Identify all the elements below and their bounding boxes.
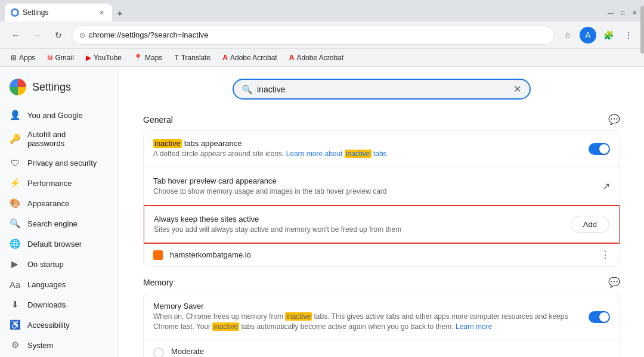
translate-icon: T [174, 54, 178, 62]
content-area: Settings 👤 You and Google 🔑 Autofill and… [0, 67, 644, 357]
memory-saver-toggle[interactable] [589, 311, 610, 323]
maximize-button[interactable]: □ [618, 8, 627, 17]
bookmark-apps[interactable]: ⊞ Apps [7, 52, 39, 63]
sidebar-item-label: Accessibility [27, 321, 70, 330]
always-active-row: Always keep these sites active Sites you… [143, 205, 620, 244]
sidebar-item-label: Default browser [27, 240, 82, 249]
sidebar-item-you-google[interactable]: 👤 You and Google [0, 105, 114, 125]
bookmark-gmail[interactable]: M Gmail [44, 52, 78, 63]
accessibility-icon: ♿ [10, 319, 20, 330]
performance-icon: ⚡ [10, 178, 20, 188]
memory-learn-more-link[interactable]: Learn more [456, 322, 492, 331]
sidebar-item-appearance[interactable]: 🎨 Appearance [0, 193, 114, 213]
menu-button[interactable]: ⋮ [620, 27, 637, 44]
memory-section-title: Memory [143, 278, 174, 287]
site-favicon [153, 250, 163, 260]
tab-close-button[interactable]: ✕ [97, 8, 106, 17]
tab-hover-desc: Choose to show memory usage and images i… [153, 187, 595, 197]
tab-strip: Settings ✕ + [5, 4, 599, 21]
search-clear-button[interactable]: ✕ [513, 83, 521, 95]
moderate-content: Moderate Get moderate memory savings. Yo… [171, 347, 610, 357]
inactive-tabs-content: inactive tabs appearance A dotted circle… [153, 139, 581, 159]
toolbar-actions: ☆ A 🧩 ⋮ [559, 27, 637, 44]
inactive-tabs-desc: A dotted circle appears around site icon… [153, 149, 581, 159]
inactive-tabs-title: inactive tabs appearance [153, 139, 581, 148]
bookmark-adobe2[interactable]: A Adobe Acrobat [286, 52, 347, 63]
memory-settings-card: Memory Saver When on, Chrome frees up me… [143, 293, 620, 357]
back-button[interactable]: ← [7, 27, 24, 44]
general-section-header: General 💬 [143, 114, 620, 125]
inactive-tabs-title-after: tabs appearance [184, 139, 242, 148]
sidebar-item-languages[interactable]: Aa Languages [0, 274, 114, 294]
always-active-content: Always keep these sites active Sites you… [154, 215, 564, 235]
bookmark-label: Adobe Acrobat [296, 54, 343, 62]
tab-hover-content: Tab hover preview card appearance Choose… [153, 176, 595, 197]
always-active-title: Always keep these sites active [154, 215, 564, 223]
privacy-icon: 🛡 [10, 157, 20, 168]
site-name: hamsterkombatgame.io [170, 250, 593, 259]
system-icon: ⚙ [10, 340, 20, 350]
bookmark-button[interactable]: ☆ [559, 27, 576, 44]
sidebar-item-autofill[interactable]: 🔑 Autofill and passwords [0, 125, 114, 153]
bookmark-label: YouTube [94, 54, 122, 62]
active-tab[interactable]: Settings ✕ [5, 4, 112, 21]
sidebar-item-label: Appearance [27, 199, 69, 208]
svg-point-0 [13, 10, 17, 15]
always-active-desc: Sites you add will always stay active an… [154, 225, 564, 235]
sidebar-item-accessibility[interactable]: ♿ Accessibility [0, 315, 114, 335]
memory-saver-row: Memory Saver When on, Chrome frees up me… [144, 293, 620, 341]
inactive-highlight: inactive [153, 139, 182, 148]
general-section-title: General [143, 115, 173, 125]
profile-icon[interactable]: A [580, 27, 596, 44]
bookmark-translate[interactable]: T Translate [171, 52, 214, 63]
sidebar-item-performance[interactable]: ⚡ Performance [0, 173, 114, 193]
memory-section-icon[interactable]: 💬 [608, 277, 620, 288]
ext-link-icon[interactable]: ↗ [602, 181, 610, 192]
sidebar-item-label: Performance [27, 179, 72, 188]
close-button[interactable]: ✕ [630, 8, 639, 17]
search-input[interactable] [257, 85, 509, 94]
bookmark-maps[interactable]: 📍 Maps [130, 52, 166, 63]
sidebar-item-downloads[interactable]: ⬇ Downloads [0, 294, 114, 315]
sidebar: Settings 👤 You and Google 🔑 Autofill and… [0, 67, 119, 357]
sidebar-item-label: On startup [27, 260, 64, 269]
sidebar-item-on-startup[interactable]: ▶ On startup [0, 254, 114, 274]
sidebar-item-search-engine[interactable]: 🔍 Search engine [0, 213, 114, 234]
tab-hover-row: Tab hover preview card appearance Choose… [144, 168, 620, 206]
forward-button[interactable]: → [29, 27, 45, 44]
sidebar-item-default-browser[interactable]: 🌐 Default browser [0, 234, 114, 254]
moderate-radio[interactable] [153, 347, 164, 357]
on-startup-icon: ▶ [10, 259, 20, 269]
general-section-icon[interactable]: 💬 [608, 114, 620, 125]
reload-button[interactable]: ↻ [50, 27, 67, 44]
sidebar-item-label: You and Google [27, 111, 83, 120]
moderate-option[interactable]: Moderate Get moderate memory savings. Yo… [144, 341, 620, 357]
minimize-button[interactable]: — [606, 8, 615, 17]
search-icon: 🔍 [242, 85, 252, 94]
sidebar-item-privacy[interactable]: 🛡 Privacy and security [0, 153, 114, 173]
extension-icon[interactable]: 🧩 [600, 27, 617, 44]
maps-icon: 📍 [134, 54, 143, 62]
sidebar-logo: Settings [0, 74, 119, 105]
main-panel: 🔍 ✕ General 💬 inactive tabs appearance [119, 67, 644, 357]
bookmark-label: Maps [145, 54, 162, 62]
apps-icon: ⊞ [11, 54, 17, 62]
add-site-button[interactable]: Add [571, 216, 609, 233]
bookmarks-bar: ⊞ Apps M Gmail ▶ YouTube 📍 Maps T Transl… [0, 49, 644, 67]
toggle-thumb [599, 144, 609, 154]
tab-favicon [11, 8, 19, 17]
sidebar-item-system[interactable]: ⚙ System [0, 335, 114, 355]
sidebar-item-label: Privacy and security [27, 159, 97, 167]
youtube-icon: ▶ [86, 54, 91, 62]
inactive-tabs-toggle[interactable] [589, 143, 610, 155]
memory-saver-title: Memory Saver [153, 302, 581, 311]
new-tab-button[interactable]: + [112, 6, 128, 21]
bookmark-label: Adobe Acrobat [230, 54, 277, 62]
bookmark-youtube[interactable]: ▶ YouTube [82, 52, 125, 63]
learn-more-link[interactable]: Learn more about inactive tabs [286, 150, 387, 158]
site-more-icon[interactable]: ⋮ [600, 249, 610, 260]
address-bar[interactable]: ⊙ chrome://settings/?search=inactive [72, 26, 555, 45]
search-engine-icon: 🔍 [10, 218, 20, 229]
scrollbar-track[interactable] [640, 67, 644, 357]
bookmark-adobe1[interactable]: A Adobe Acrobat [219, 52, 280, 63]
